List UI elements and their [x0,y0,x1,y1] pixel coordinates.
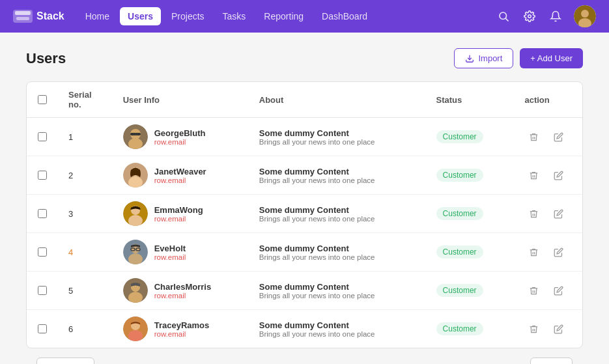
status-badge-1: Customer [436,130,483,143]
delete-button-4[interactable] [524,243,543,261]
status-badge-6: Customer [436,322,483,335]
user-email-2: row.email [154,176,206,184]
table-row: 6 TraceyRamos row.email Some dummy Conte… [27,310,582,348]
user-avatar-6 [123,316,148,341]
header-status: Status [426,82,515,118]
nav-item-tasks[interactable]: Tasks [215,7,254,25]
row-about: Some dummy Content Brings all your news … [249,118,426,156]
nav-item-dashboard[interactable]: DashBoard [314,7,375,25]
user-name-6: TraceyRamos [154,320,210,330]
about-title-5: Some dummy Content [259,282,416,292]
brand-name: Stack [36,10,64,22]
row-status: Customer [426,310,515,348]
delete-button-6[interactable] [524,320,543,338]
import-button[interactable]: Import [454,48,513,68]
row-action [514,156,582,195]
settings-icon[interactable] [522,8,537,24]
row-checkbox-1[interactable] [38,132,47,141]
row-serial: 1 [58,118,113,156]
row-action [514,233,582,272]
edit-button-6[interactable] [549,320,567,338]
bell-icon[interactable] [548,8,563,24]
edit-button-2[interactable] [549,166,567,184]
nav-item-home[interactable]: Home [78,7,117,25]
row-user-info: EmmaWong row.email [113,195,249,233]
row-serial: 3 [58,195,113,233]
nav-item-projects[interactable]: Projects [163,7,212,25]
about-title-4: Some dummy Content [259,244,416,253]
header-about: About [249,82,426,118]
add-user-button[interactable]: + Add User [520,48,583,68]
header-user-info: User Info [113,82,249,118]
about-title-6: Some dummy Content [259,320,416,330]
svg-point-4 [528,15,531,18]
main-content: Users Import + Add User [0,33,609,364]
user-name-5: CharlesMorris [154,282,211,292]
about-title-2: Some dummy Content [259,167,416,176]
page-title: Users [26,50,66,67]
delete-button-1[interactable] [524,128,543,146]
row-checkbox-2[interactable] [38,171,47,180]
delete-button-3[interactable] [524,204,543,223]
row-serial: 6 [58,310,113,348]
about-desc-1: Brings all your news into one place [259,138,416,146]
row-action [514,310,582,348]
svg-point-6 [581,10,589,18]
prev-button[interactable]: Previous [36,357,94,364]
row-checkbox-cell [27,118,58,156]
nav-item-reporting[interactable]: Reporting [256,7,311,25]
user-name-3: EmmaWong [154,205,203,215]
search-icon[interactable] [496,8,511,24]
select-all-checkbox[interactable] [38,95,47,104]
about-desc-6: Brings all your news into one place [259,330,416,338]
navbar: Stack Home Users Projects Tasks Reportin… [0,0,609,33]
svg-point-2 [500,12,507,20]
svg-rect-1 [16,17,29,20]
about-title-3: Some dummy Content [259,205,416,215]
row-checkbox-6[interactable] [38,324,47,333]
row-checkbox-3[interactable] [38,209,47,218]
avatar[interactable] [574,5,596,27]
nav-right [496,5,596,27]
row-checkbox-5[interactable] [38,286,47,295]
next-button[interactable]: Next [530,357,573,364]
row-user-info: CharlesMorris row.email [113,272,249,310]
nav-item-users[interactable]: Users [120,7,161,25]
row-status: Customer [426,156,515,195]
edit-button-3[interactable] [549,204,567,223]
row-status: Customer [426,233,515,272]
table-row: 2 JanetWeaver row.email Some dummy Conte… [27,156,582,195]
user-email-3: row.email [154,215,203,223]
user-avatar-1 [123,124,148,149]
user-name-2: JanetWeaver [154,167,206,176]
edit-button-5[interactable] [549,281,567,300]
row-about: Some dummy Content Brings all your news … [249,233,426,272]
user-email-1: row.email [154,138,206,146]
user-email-6: row.email [154,330,210,338]
status-badge-3: Customer [436,207,483,220]
user-avatar-4 [123,240,148,264]
brand[interactable]: Stack [13,10,64,23]
edit-button-1[interactable] [549,128,567,146]
status-badge-4: Customer [436,245,483,259]
row-checkbox-4[interactable] [38,247,47,257]
brand-icon [13,10,33,23]
about-desc-4: Brings all your news into one place [259,253,416,261]
header-checkbox-cell [27,82,58,118]
nav-items: Home Users Projects Tasks Reporting Dash… [78,7,496,25]
delete-button-2[interactable] [524,166,543,184]
row-user-info: TraceyRamos row.email [113,310,249,348]
row-serial: 2 [58,156,113,195]
page-header: Users Import + Add User [26,48,583,68]
status-badge-2: Customer [436,169,483,182]
row-user-info: EveHolt row.email [113,233,249,272]
table-row: 3 EmmaWong row.email Some dummy Content … [27,195,582,233]
about-title-1: Some dummy Content [259,128,416,138]
edit-button-4[interactable] [549,243,567,261]
user-email-4: row.email [154,253,186,261]
delete-button-5[interactable] [524,281,543,300]
users-table-container: Serial no. User Info About Status action… [26,81,583,348]
row-status: Customer [426,272,515,310]
about-desc-2: Brings all your news into one place [259,176,416,184]
users-table: Serial no. User Info About Status action… [27,82,582,348]
